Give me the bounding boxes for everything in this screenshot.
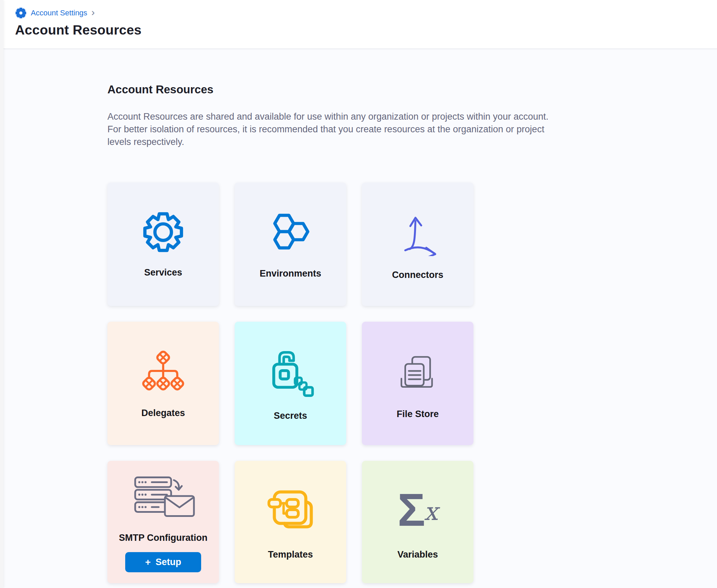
card-connectors[interactable]: Connectors — [362, 183, 473, 306]
section-heading: Account Resources — [107, 83, 717, 96]
sigma-x-icon: Σ x — [397, 484, 438, 536]
page-header: Account Settings › Account Resources — [3, 0, 717, 49]
card-variables[interactable]: Σ x Variables — [362, 461, 473, 583]
stacked-templates-icon — [265, 484, 316, 536]
card-label: Delegates — [141, 408, 185, 418]
delegate-tree-icon — [140, 348, 186, 394]
breadcrumb-link-account-settings[interactable]: Account Settings — [31, 6, 87, 20]
card-label: Templates — [268, 549, 313, 560]
description-line: levels respectively. — [107, 136, 607, 148]
plus-icon: + — [145, 558, 151, 567]
account-settings-gear-icon — [15, 7, 27, 19]
curved-arrows-icon — [394, 208, 442, 256]
card-file-store[interactable]: File Store — [362, 322, 473, 445]
card-label: Variables — [397, 549, 438, 560]
smtp-setup-button[interactable]: + Setup — [125, 552, 201, 572]
page-title: Account Resources — [15, 23, 717, 38]
card-delegates[interactable]: Delegates — [107, 322, 219, 445]
description-line: Account Resources are shared and availab… — [107, 110, 607, 123]
setup-button-label: Setup — [156, 557, 181, 567]
card-label: Connectors — [392, 270, 443, 280]
card-label: Secrets — [274, 411, 307, 421]
card-smtp-configuration[interactable]: SMTP Configuration + Setup — [107, 461, 219, 583]
gear-outline-icon — [142, 211, 185, 254]
documents-tray-icon — [394, 347, 442, 395]
server-mail-icon — [130, 472, 196, 524]
italic-x-glyph: x — [424, 497, 438, 526]
card-label: File Store — [396, 409, 439, 419]
collapsed-sidebar-strip — [0, 0, 3, 588]
sigma-glyph: Σ — [397, 487, 425, 533]
main-content: Account Resources Account Resources are … — [3, 49, 717, 583]
card-label: Services — [144, 267, 182, 278]
padlock-chain-icon — [265, 346, 316, 397]
section-description: Account Resources are shared and availab… — [107, 110, 607, 148]
card-label: Environments — [260, 268, 321, 279]
chevron-right-icon: › — [91, 7, 95, 17]
resource-card-grid: Services Environments — [107, 183, 717, 583]
description-line: For better isolation of resources, it is… — [107, 123, 607, 136]
card-services[interactable]: Services — [107, 183, 219, 306]
hexagons-icon — [268, 210, 313, 255]
breadcrumb: Account Settings › — [15, 6, 717, 20]
card-secrets[interactable]: Secrets — [235, 322, 346, 445]
card-label: SMTP Configuration — [119, 533, 208, 543]
card-templates[interactable]: Templates — [235, 461, 346, 583]
card-environments[interactable]: Environments — [235, 183, 346, 306]
